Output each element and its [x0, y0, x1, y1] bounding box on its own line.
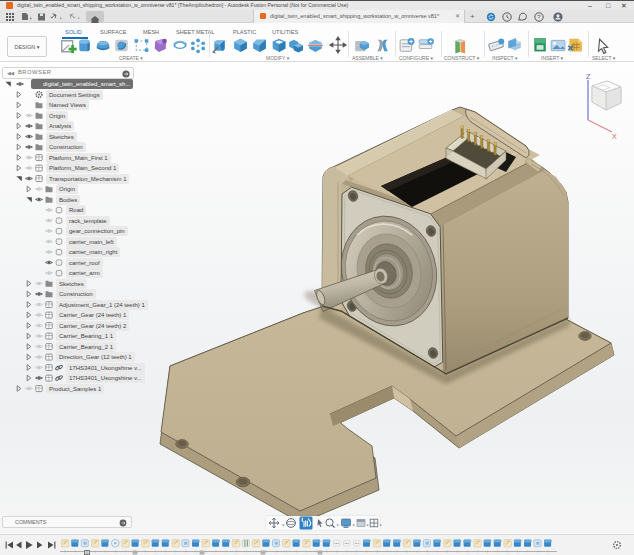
svg-text:?: ?	[537, 14, 541, 20]
svg-text:Z: Z	[586, 73, 591, 80]
svg-text:X: X	[612, 133, 617, 140]
